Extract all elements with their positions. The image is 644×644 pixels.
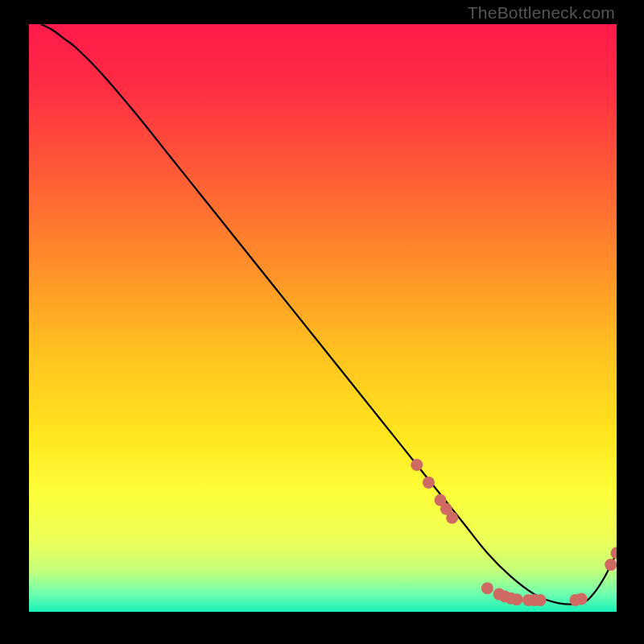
gpu-marker [535, 594, 547, 606]
gpu-marker [446, 512, 458, 524]
chart-svg [29, 24, 617, 612]
gradient-background [29, 24, 617, 612]
gpu-marker [605, 559, 617, 571]
attribution-text: TheBottleneck.com [468, 3, 615, 23]
gpu-marker [423, 477, 435, 489]
gpu-marker [576, 592, 588, 605]
chart-plot-area [29, 24, 617, 612]
gpu-marker [510, 593, 522, 605]
gpu-marker [411, 459, 423, 471]
gpu-marker [481, 582, 493, 594]
